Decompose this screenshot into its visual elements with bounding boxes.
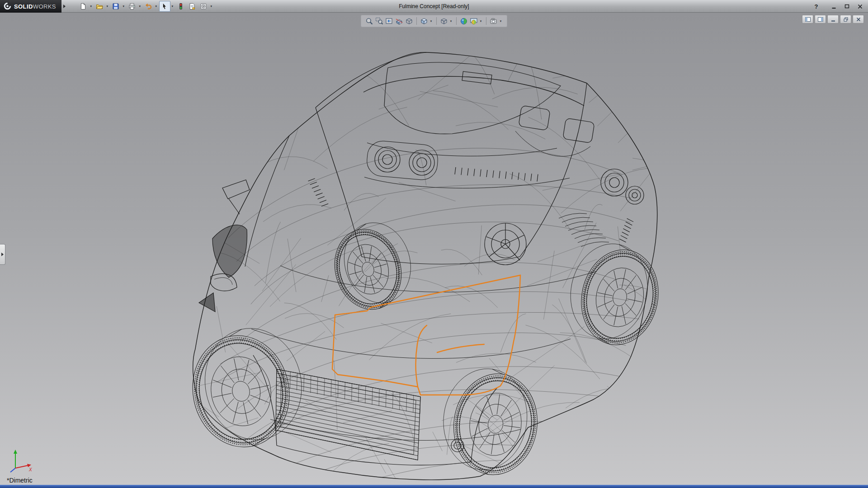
title-bar: SOLIDWORKS ▾ ▾ ▾: [0, 0, 868, 13]
minimize-icon: [831, 17, 835, 22]
apply-scene-icon: [470, 17, 478, 25]
car-wireframe: [0, 13, 868, 488]
restore-document-button[interactable]: [840, 15, 851, 23]
dropdown-arrow[interactable]: ▾: [479, 19, 483, 23]
chevron-right-icon: [63, 5, 66, 8]
options-button[interactable]: [198, 1, 209, 12]
view-settings-icon: [490, 17, 498, 25]
previous-view-icon: [385, 17, 393, 25]
dropdown-arrow[interactable]: ▾: [138, 5, 142, 8]
select-cursor-icon: [161, 3, 168, 10]
minimize-document-button[interactable]: [827, 15, 839, 23]
zoom-to-area-icon: [375, 17, 383, 25]
help-button[interactable]: ?: [810, 1, 822, 11]
dropdown-arrow[interactable]: ▾: [209, 5, 213, 8]
x-axis-arrow: [27, 464, 31, 468]
close-document-button[interactable]: [853, 15, 864, 23]
display-style-button[interactable]: [439, 16, 449, 26]
menu-expand-arrow[interactable]: [61, 0, 68, 13]
toolbar-separator: [416, 17, 417, 25]
window-controls: ?: [810, 0, 866, 13]
zoom-to-fit-icon: [365, 17, 373, 25]
dropdown-arrow[interactable]: ▾: [499, 19, 503, 23]
undo-button[interactable]: [143, 1, 154, 12]
pane-left-icon: [805, 17, 811, 22]
pane-right-icon: [818, 17, 823, 22]
zoom-to-area-button[interactable]: [374, 16, 384, 26]
solidworks-window: SOLIDWORKS ▾ ▾ ▾: [0, 0, 868, 488]
previous-window-button[interactable]: [802, 15, 813, 23]
edit-appearance-icon: [460, 17, 468, 25]
rebuild-button[interactable]: [175, 1, 187, 12]
print-icon: [128, 3, 136, 10]
toolbar-separator: [456, 17, 457, 25]
graphics-viewport[interactable]: ▾ ▾ ▾: [0, 13, 868, 488]
x-axis: [15, 465, 28, 468]
toolbar-separator: [486, 17, 486, 25]
y-axis-arrow: [14, 450, 17, 454]
close-icon: [858, 4, 863, 9]
chevron-right-icon: [1, 253, 4, 256]
save-icon: [112, 3, 119, 10]
3d-drawing-view-icon: [405, 17, 413, 25]
display-style-icon: [440, 17, 448, 25]
bottom-status-strip: [0, 485, 868, 488]
close-icon: [856, 17, 861, 22]
reference-triad: X: [5, 447, 34, 477]
brand-name-bold: SOLID: [14, 3, 33, 10]
print-button[interactable]: [127, 1, 138, 12]
3d-drawing-view-button[interactable]: [404, 16, 414, 26]
new-document-button[interactable]: [78, 1, 89, 12]
edit-appearance-button[interactable]: [459, 16, 469, 26]
zoom-to-fit-button[interactable]: [364, 16, 374, 26]
select-button[interactable]: [159, 1, 170, 12]
dropdown-arrow[interactable]: ▾: [122, 5, 126, 8]
view-orientation-icon: [420, 17, 428, 25]
view-settings-button[interactable]: [489, 16, 499, 26]
heads-up-view-toolbar: ▾ ▾ ▾: [361, 15, 507, 27]
maximize-button[interactable]: [841, 1, 853, 11]
panel-flyout-tab[interactable]: [0, 244, 5, 265]
z-axis: [10, 468, 15, 472]
undo-icon: [145, 3, 152, 10]
previous-view-button[interactable]: [384, 16, 394, 26]
file-properties-icon: [189, 3, 196, 10]
next-window-button[interactable]: [815, 15, 826, 23]
section-view-icon: [395, 17, 403, 25]
window-title: Fulmine Concept [Read-only]: [399, 0, 469, 13]
open-icon: [96, 3, 103, 10]
new-document-icon: [80, 3, 87, 10]
dropdown-arrow[interactable]: ▾: [105, 5, 109, 8]
brand-name-light: WORKS: [33, 3, 56, 10]
save-button[interactable]: [110, 1, 122, 12]
view-orientation-label: *Dimetric: [7, 477, 33, 484]
dropdown-arrow[interactable]: ▾: [449, 19, 453, 23]
toolbar-separator: [436, 17, 437, 25]
restore-icon: [844, 17, 848, 22]
section-view-button[interactable]: [394, 16, 404, 26]
open-button[interactable]: [94, 1, 105, 12]
highlighted-sketch[interactable]: [332, 275, 520, 395]
minimize-button[interactable]: [828, 1, 840, 11]
solidworks-logo[interactable]: SOLIDWORKS: [0, 0, 61, 13]
close-button[interactable]: [854, 1, 866, 11]
dropdown-arrow[interactable]: ▾: [154, 5, 158, 8]
file-properties-button[interactable]: [187, 1, 198, 12]
view-orientation-button[interactable]: [419, 16, 429, 26]
main-toolbar: ▾ ▾ ▾ ▾: [78, 0, 214, 13]
rebuild-icon: [177, 3, 184, 10]
maximize-icon: [844, 4, 849, 9]
options-icon: [200, 3, 207, 10]
minimize-icon: [831, 4, 836, 9]
dropdown-arrow[interactable]: ▾: [429, 19, 433, 23]
document-window-controls: [802, 15, 864, 23]
3ds-swirl-icon: [3, 2, 12, 10]
x-axis-label: X: [28, 467, 32, 472]
dropdown-arrow[interactable]: ▾: [89, 5, 93, 8]
apply-scene-button[interactable]: [469, 16, 479, 26]
dropdown-arrow[interactable]: ▾: [170, 5, 175, 8]
